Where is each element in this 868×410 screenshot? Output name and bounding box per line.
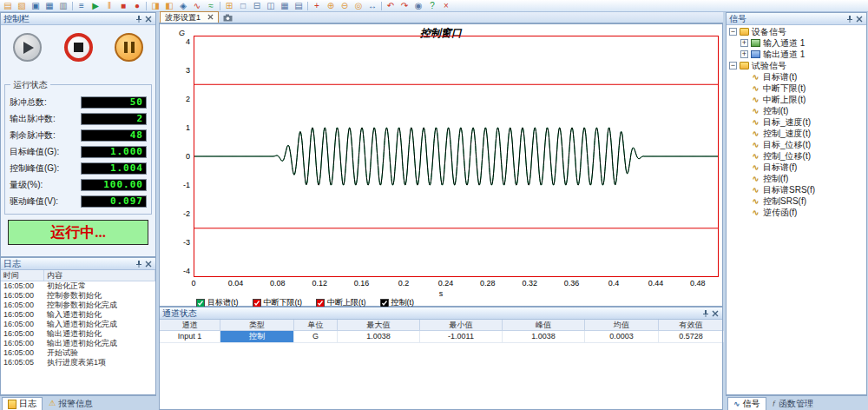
tree-node-target-spectrum-f[interactable]: ∿目标谱(f) bbox=[727, 162, 866, 173]
start-test-icon[interactable]: ▶ bbox=[90, 1, 101, 11]
tree-expander-icon[interactable]: + bbox=[740, 39, 748, 47]
new-test-icon[interactable]: ▤ bbox=[3, 1, 13, 11]
sensor-icon[interactable]: ◈ bbox=[178, 1, 188, 11]
record-icon[interactable]: ● bbox=[132, 1, 142, 11]
cascade-windows-icon[interactable]: ▤ bbox=[293, 1, 304, 11]
bottom-right-tab-function[interactable]: ƒ函数管理 bbox=[767, 397, 819, 410]
app-window: ▤▧▣▦▥≡▶‖■●◨◧◈∿≈⊞□⊟◫▦▤+⊕⊖◎↔↶↷◉?× 控制栏 bbox=[0, 0, 868, 410]
undo-icon[interactable]: ↶ bbox=[385, 1, 396, 11]
plot-area[interactable]: 43210-1-2-3-4 00.040.080.120.160.20.240.… bbox=[194, 36, 719, 277]
save-data-icon[interactable]: ▦ bbox=[44, 1, 55, 11]
status-field-row: 输出脉冲数:2 bbox=[10, 110, 147, 127]
bottom-left-tab-log[interactable]: 日志 bbox=[2, 397, 43, 410]
tree-node-control-velocity-t[interactable]: ∿控制_速度(t) bbox=[727, 128, 866, 139]
snapshot-icon[interactable] bbox=[222, 13, 233, 23]
legend-checkbox-icon[interactable] bbox=[253, 299, 261, 308]
output-channels-icon[interactable]: ◧ bbox=[164, 1, 174, 11]
tree-node-input-channel-1[interactable]: +输入通道 1 bbox=[727, 37, 866, 49]
log-row[interactable]: 16:05:00开始试验 bbox=[1, 348, 155, 358]
log-row[interactable]: 16:05:05执行进度表第1项 bbox=[1, 358, 155, 367]
main-area: 控制栏 运行状态 脉冲总数:50输出脉冲数:2剩余脉冲数:48目标峰值(G):1… bbox=[0, 12, 868, 410]
close-icon[interactable] bbox=[710, 308, 720, 318]
signal-icon: ∿ bbox=[751, 186, 760, 194]
exit-icon[interactable]: × bbox=[441, 1, 451, 11]
tree-node-test-signals[interactable]: −试验信号 bbox=[727, 60, 866, 71]
pause-test-icon[interactable]: ‖ bbox=[104, 1, 115, 11]
signal-panel: 信号 −设备信号+输入通道 1+输出通道 1−试验信号∿目标谱(t)∿中断下限(… bbox=[726, 12, 867, 395]
stop-test-icon[interactable]: ■ bbox=[118, 1, 128, 11]
tree-node-abort-upper-t[interactable]: ∿中断上限(t) bbox=[727, 94, 866, 105]
waveform-icon[interactable]: ∿ bbox=[192, 1, 202, 11]
legend-checkbox-icon[interactable] bbox=[380, 299, 389, 308]
legend-checkbox-icon[interactable] bbox=[316, 299, 325, 308]
save-test-icon[interactable]: ▣ bbox=[30, 1, 41, 11]
close-icon[interactable] bbox=[143, 14, 153, 23]
pin-icon[interactable] bbox=[845, 14, 854, 23]
close-icon[interactable] bbox=[143, 259, 153, 268]
tree-node-control-t[interactable]: ∿控制(t) bbox=[727, 105, 866, 116]
tree-node-target-displacement-t[interactable]: ∿目标_位移(t) bbox=[727, 139, 866, 150]
alarm-icon: ⚠ bbox=[49, 400, 56, 407]
horizontal-split-icon[interactable]: ⊟ bbox=[252, 1, 262, 11]
tree-node-output-channel-1[interactable]: +输出通道 1 bbox=[727, 49, 866, 60]
tree-node-control-f[interactable]: ∿控制(f) bbox=[727, 173, 866, 184]
close-icon[interactable] bbox=[854, 14, 864, 23]
print-icon[interactable]: ▥ bbox=[58, 1, 69, 11]
tab-close-icon[interactable] bbox=[207, 13, 214, 22]
single-layout-icon[interactable]: □ bbox=[238, 1, 248, 11]
pause-button[interactable] bbox=[115, 33, 143, 62]
tree-expander-icon[interactable]: + bbox=[740, 50, 748, 58]
log-row[interactable]: 16:05:00输入通道初始化完成 bbox=[1, 320, 155, 329]
log-row[interactable]: 16:05:00控制参数初始化完成 bbox=[1, 301, 155, 310]
log-row[interactable]: 16:05:00输入通道初始化 bbox=[1, 310, 155, 320]
tree-node-target-spectrum-t[interactable]: ∿目标谱(t) bbox=[727, 71, 866, 83]
tree-node-abort-lower-t[interactable]: ∿中断下限(t) bbox=[727, 83, 866, 94]
log-row[interactable]: 16:05:00输出通道初始化完成 bbox=[1, 339, 155, 348]
bottom-right-tab-signal[interactable]: ∿信号 bbox=[727, 397, 766, 410]
signal-icon: ∿ bbox=[751, 141, 760, 149]
tree-node-label: 中断下限(t) bbox=[763, 83, 806, 95]
run-schedule-icon[interactable]: ≡ bbox=[76, 1, 87, 11]
spectrum-icon[interactable]: ≈ bbox=[206, 1, 216, 11]
tree-node-target-srs-f[interactable]: ∿目标谱SRS(f) bbox=[727, 184, 866, 195]
tree-expander-icon[interactable]: − bbox=[729, 28, 737, 36]
open-test-icon[interactable]: ▧ bbox=[16, 1, 27, 11]
running-status-group: 运行状态 脉冲总数:50输出脉冲数:2剩余脉冲数:48目标峰值(G):1.000… bbox=[4, 84, 152, 215]
log-row[interactable]: 16:05:00初始化正常 bbox=[1, 281, 155, 291]
tree-node-target-velocity-t[interactable]: ∿目标_速度(t) bbox=[727, 116, 866, 128]
new-window-icon[interactable]: ⊞ bbox=[224, 1, 234, 11]
snapshot-icon[interactable]: ◉ bbox=[413, 1, 424, 11]
signal-icon: ∿ bbox=[751, 163, 760, 171]
help-icon[interactable]: ? bbox=[427, 1, 437, 11]
signal-icon: ∿ bbox=[751, 107, 760, 115]
cursor-icon[interactable]: + bbox=[312, 1, 322, 11]
stop-button[interactable] bbox=[64, 33, 93, 62]
log-row[interactable]: 16:05:00输出通道初始化 bbox=[1, 329, 155, 339]
tree-node-device-signals[interactable]: −设备信号 bbox=[727, 26, 866, 37]
bottom-left-tab-alarm[interactable]: ⚠报警信息 bbox=[43, 397, 98, 410]
channel-row[interactable]: Input 1控制G1.0038-1.00111.00380.00030.572… bbox=[160, 331, 722, 343]
start-button[interactable] bbox=[13, 33, 42, 62]
tree-node-inverse-transfer-f[interactable]: ∿逆传函(f) bbox=[727, 207, 866, 218]
quad-layout-icon[interactable]: ▦ bbox=[279, 1, 290, 11]
zoom-reset-icon[interactable]: ◎ bbox=[353, 1, 364, 11]
pan-icon[interactable]: ↔ bbox=[367, 1, 378, 11]
tree-node-label: 目标谱SRS(f) bbox=[763, 184, 815, 196]
zoom-in-icon[interactable]: ⊕ bbox=[326, 1, 336, 11]
tree-node-control-srs-f[interactable]: ∿控制SRS(f) bbox=[727, 195, 866, 207]
pin-icon[interactable] bbox=[700, 308, 710, 318]
log-row[interactable]: 16:05:00控制参数初始化 bbox=[1, 291, 155, 301]
input-channels-icon[interactable]: ◨ bbox=[150, 1, 161, 11]
document-tab[interactable]: 波形设置1 bbox=[160, 11, 219, 23]
tree-expander-icon[interactable]: − bbox=[729, 62, 737, 69]
pin-icon[interactable] bbox=[134, 259, 143, 268]
redo-icon[interactable]: ↷ bbox=[399, 1, 410, 11]
zoom-out-icon[interactable]: ⊖ bbox=[339, 1, 350, 11]
pin-icon[interactable] bbox=[134, 14, 143, 23]
tree-node-control-displacement-t[interactable]: ∿控制_位移(t) bbox=[727, 150, 866, 162]
legend-checkbox-icon[interactable] bbox=[196, 299, 205, 308]
log-message: 开始试验 bbox=[44, 348, 155, 358]
status-field-label: 剩余脉冲数: bbox=[10, 129, 56, 142]
vertical-split-icon[interactable]: ◫ bbox=[266, 1, 276, 11]
channel-column-header: 最小值 bbox=[420, 320, 503, 330]
